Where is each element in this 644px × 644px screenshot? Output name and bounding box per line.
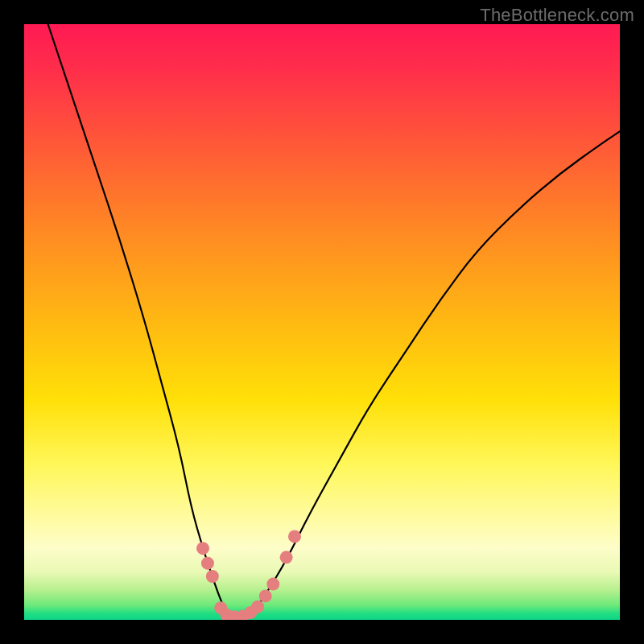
highlight-dot: [280, 551, 293, 564]
chart-frame: TheBottleneck.com: [0, 0, 644, 644]
watermark-label: TheBottleneck.com: [480, 5, 634, 26]
highlight-dot: [266, 578, 279, 591]
bottleneck-curve: [48, 24, 620, 617]
highlight-dots-group: [196, 530, 301, 620]
highlight-dot: [201, 557, 214, 570]
highlight-dot: [259, 589, 272, 602]
highlight-dot: [196, 542, 209, 555]
curve-svg: [24, 24, 620, 620]
highlight-dot: [206, 570, 219, 583]
plot-area: [24, 24, 620, 620]
highlight-dot: [288, 530, 301, 543]
highlight-dot: [251, 601, 264, 613]
